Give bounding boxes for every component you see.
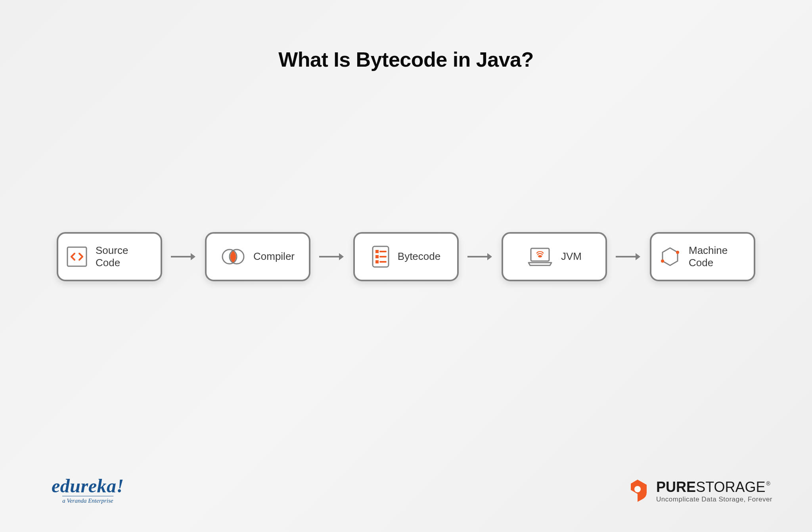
flow-label: Compiler xyxy=(253,250,295,263)
svg-point-15 xyxy=(676,251,679,254)
arrow-icon xyxy=(615,252,642,261)
flow-box-jvm: JVM xyxy=(502,232,607,281)
purestorage-logo: PURESTORAGE® Uncomplicate Data Storage, … xyxy=(625,478,772,504)
hexagon-icon xyxy=(659,246,681,267)
edureka-tagline: a Veranda Enterprise xyxy=(62,496,113,504)
flow-diagram: Source Code Compiler xyxy=(0,232,812,281)
arrow-icon xyxy=(170,252,197,261)
svg-rect-6 xyxy=(375,250,379,253)
svg-point-16 xyxy=(661,259,664,263)
svg-rect-10 xyxy=(375,260,379,263)
edureka-brand-text: edureka! xyxy=(52,475,124,497)
flow-box-compiler: Compiler xyxy=(205,232,310,281)
laptop-icon xyxy=(527,247,553,267)
arrow-icon xyxy=(467,252,494,261)
arrow-icon xyxy=(318,252,345,261)
flow-box-bytecode: Bytecode xyxy=(353,232,459,281)
flow-label: Bytecode xyxy=(398,250,440,263)
purestorage-mark-icon xyxy=(625,478,650,504)
purestorage-tagline: Uncomplicate Data Storage, Forever xyxy=(656,496,772,503)
list-doc-icon xyxy=(372,245,390,268)
svg-point-17 xyxy=(634,486,641,492)
svg-rect-0 xyxy=(67,247,86,266)
page-title: What Is Bytecode in Java? xyxy=(278,48,533,71)
venn-icon xyxy=(221,247,245,266)
code-icon xyxy=(66,246,88,267)
svg-rect-13 xyxy=(531,248,549,261)
flow-label: Machine Code xyxy=(689,244,746,269)
flow-box-source-code: Source Code xyxy=(57,232,162,281)
flow-box-machine-code: Machine Code xyxy=(650,232,755,281)
edureka-logo: edureka! a Veranda Enterprise xyxy=(52,475,124,504)
flow-label: JVM xyxy=(561,250,582,263)
svg-rect-8 xyxy=(375,255,379,258)
flow-label: Source Code xyxy=(96,244,153,269)
purestorage-brand-text: PURESTORAGE® xyxy=(656,479,772,496)
